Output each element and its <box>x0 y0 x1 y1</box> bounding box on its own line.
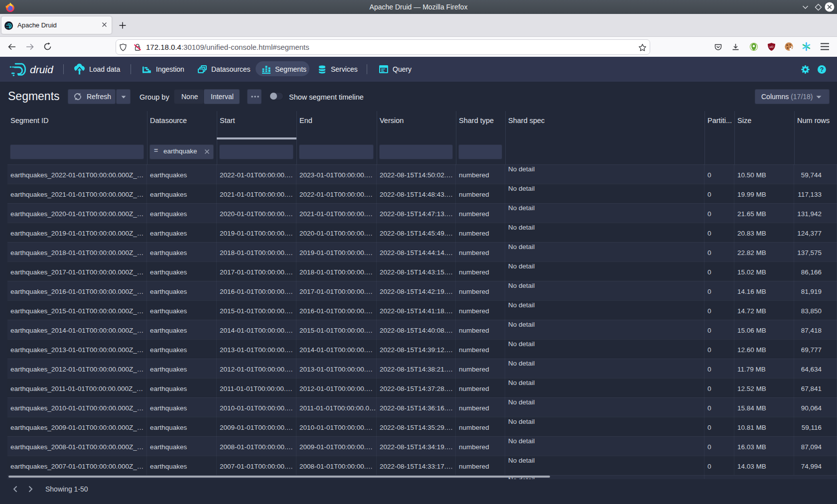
svg-text:uO: uO <box>769 45 773 48</box>
